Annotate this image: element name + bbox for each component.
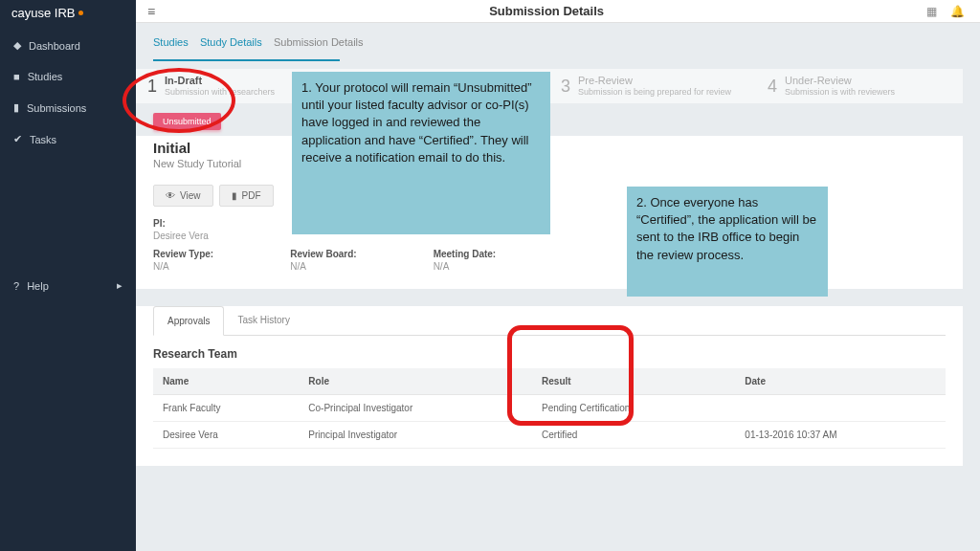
sidebar-item-label: Tasks bbox=[30, 134, 56, 145]
file-icon: ▮ bbox=[232, 190, 237, 201]
folder-icon: ■ bbox=[13, 71, 20, 82]
brand-logo: cayuse IRB bbox=[0, 0, 136, 30]
tab-task-history[interactable]: Task History bbox=[224, 306, 302, 335]
eye-icon: 👁 bbox=[166, 190, 175, 201]
breadcrumb-studies[interactable]: Studies bbox=[153, 36, 189, 48]
apps-icon[interactable]: ▦ bbox=[926, 5, 937, 18]
dashboard-icon: ◆ bbox=[13, 39, 21, 52]
col-role: Role bbox=[299, 368, 532, 395]
view-button[interactable]: 👁View bbox=[153, 185, 213, 207]
sidebar: cayuse IRB ◆ Dashboard ■ Studies ▮ Submi… bbox=[0, 0, 136, 551]
annotation-circle-icon bbox=[122, 68, 235, 133]
breadcrumb-study-details[interactable]: Study Details bbox=[200, 36, 262, 48]
document-icon: ▮ bbox=[13, 101, 19, 114]
pdf-button[interactable]: ▮PDF bbox=[219, 185, 274, 207]
breadcrumb-current: Submission Details bbox=[274, 36, 364, 48]
sidebar-item-label: Studies bbox=[28, 71, 63, 82]
bell-icon[interactable]: 🔔 bbox=[950, 5, 965, 18]
annotation-callout-2: 2. Once everyone has “Certified”, the ap… bbox=[627, 187, 828, 297]
sidebar-item-help[interactable]: ?Help ▸ bbox=[0, 270, 136, 301]
check-icon: ✔ bbox=[13, 133, 22, 145]
sidebar-item-label: Dashboard bbox=[29, 40, 80, 52]
step-pre-review: 3 Pre-ReviewSubmission is being prepared… bbox=[549, 69, 756, 103]
sidebar-item-submissions[interactable]: ▮ Submissions bbox=[0, 92, 136, 123]
tab-approvals[interactable]: Approvals bbox=[153, 306, 224, 336]
sidebar-item-label: Submissions bbox=[27, 102, 86, 114]
sidebar-item-tasks[interactable]: ✔ Tasks bbox=[0, 123, 136, 155]
hamburger-icon[interactable]: ≡ bbox=[136, 4, 167, 19]
annotation-callout-1: 1. Your protocol will remain “Unsubmitte… bbox=[292, 72, 550, 234]
col-name: Name bbox=[153, 368, 299, 395]
breadcrumb: Studies Study Details Submission Details bbox=[136, 23, 963, 61]
chevron-right-icon: ▸ bbox=[117, 279, 122, 292]
col-date: Date bbox=[735, 368, 946, 395]
sidebar-item-studies[interactable]: ■ Studies bbox=[0, 61, 136, 92]
page-title: Submission Details bbox=[167, 4, 926, 18]
step-under-review: 4 Under-ReviewSubmission is with reviewe… bbox=[756, 69, 963, 103]
topbar: ≡ Submission Details ▦ 🔔 bbox=[136, 0, 980, 23]
sidebar-item-dashboard[interactable]: ◆ Dashboard bbox=[0, 30, 136, 61]
annotation-box-icon bbox=[507, 325, 634, 426]
brand-dot-icon bbox=[78, 11, 83, 15]
